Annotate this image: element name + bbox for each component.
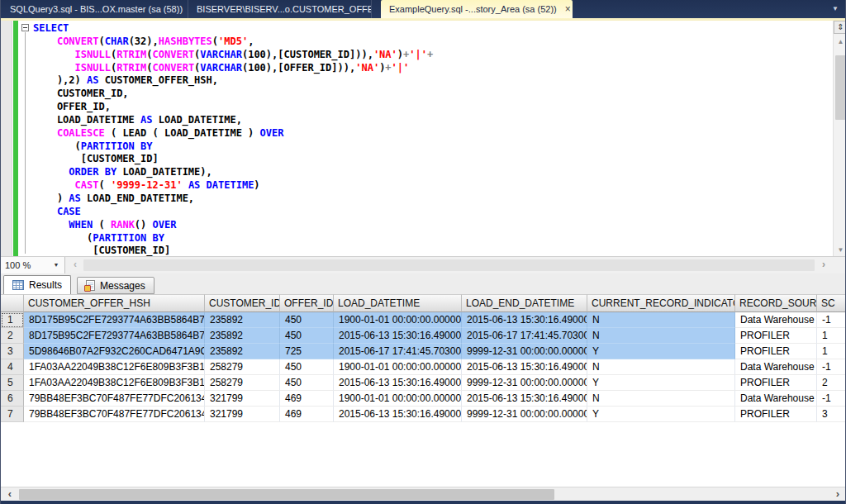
grid-cell[interactable]: 1900-01-01 00:00:00.0000000 [334, 359, 462, 375]
scroll-right-icon[interactable]: › [817, 257, 830, 273]
row-number-cell[interactable]: 5 [1, 375, 24, 391]
grid-cell[interactable]: 2 [817, 375, 846, 391]
tab-customer-offer[interactable]: BISERVER\BISERV...o.CUSTOMER_OFFER [188, 0, 372, 18]
grid-cell[interactable]: PROFILER [735, 328, 817, 344]
grid-cell[interactable]: PROFILER [735, 375, 817, 391]
grid-cell[interactable]: 3 [817, 407, 846, 422]
grid-cell[interactable]: 2015-06-17 17:41:45.7030000 [462, 328, 587, 344]
grid-cell[interactable]: 2015-06-13 15:30:16.4900000 [334, 407, 462, 422]
grid-cell[interactable]: 79BB48EF3BC70F487FE77DFC2061343F [24, 407, 205, 422]
grid-cell[interactable]: 8D175B95C2FE7293774A63BB5864B74A [24, 312, 205, 328]
grid-cell[interactable]: N [587, 359, 735, 375]
grid-cell[interactable]: PROFILER [735, 344, 817, 359]
grid-cell[interactable]: 2015-06-13 15:30:16.4900000 [334, 375, 462, 391]
code-line: (PARTITION BY [33, 232, 832, 245]
editor-split-handle-icon[interactable]: ⇕ [834, 21, 846, 34]
grid-cell[interactable]: N [587, 328, 735, 344]
grid-cell[interactable]: 1900-01-01 00:00:00.0000000 [334, 391, 462, 407]
grid-cell[interactable]: 450 [280, 312, 334, 328]
grid-cell[interactable]: 450 [280, 375, 334, 391]
tab-messages[interactable]: Messages [77, 277, 154, 294]
grid-cell[interactable]: 258279 [205, 375, 280, 391]
code-line: CASE [33, 206, 832, 219]
row-number-cell[interactable]: 2 [1, 328, 24, 344]
grid-cell[interactable]: N [587, 391, 735, 407]
grid-cell[interactable]: 9999-12-31 00:00:00.0000000 [462, 407, 587, 422]
grid-cell[interactable]: 235892 [205, 328, 280, 344]
grid-column-header[interactable]: CURRENT_RECORD_INDICATOR [587, 294, 735, 312]
grid-cell[interactable]: PROFILER [735, 407, 817, 422]
row-number-cell[interactable]: 6 [1, 391, 24, 407]
grid-cell[interactable]: 235892 [205, 312, 280, 328]
grid-cell[interactable]: -1 [817, 312, 846, 328]
tab-results[interactable]: Results [3, 275, 71, 294]
grid-cell[interactable]: -1 [817, 359, 846, 375]
grid-column-header[interactable]: OFFER_ID [280, 294, 334, 312]
grid-cell[interactable]: 9999-12-31 00:00:00.0000000 [462, 375, 587, 391]
grid-cell[interactable]: 450 [280, 359, 334, 375]
grid-cell[interactable]: 9999-12-31 00:00:00.0000000 [462, 344, 587, 359]
code-fold-minus-icon[interactable] [21, 24, 29, 31]
scroll-left-icon[interactable]: ‹ [2, 487, 17, 502]
grid-column-header[interactable]: LOAD_END_DATETIME [462, 294, 587, 312]
grid-cell[interactable]: 469 [280, 391, 334, 407]
row-number-cell[interactable]: 3 [1, 344, 24, 359]
grid-cell[interactable]: 321799 [205, 391, 280, 407]
grid-cell[interactable]: -1 [817, 391, 846, 407]
grid-cell[interactable]: 2015-06-13 15:30:16.4900000 [462, 359, 587, 375]
code-lines: SELECT CONVERT(CHAR(32),HASHBYTES('MD5',… [33, 22, 832, 256]
grid-cell[interactable]: 321799 [205, 407, 280, 422]
grid-cell[interactable]: 1FA03AA22049B38C12F6E809B3F3B14A [24, 375, 205, 391]
grid-cell[interactable]: 1 [817, 344, 846, 359]
grid-horizontal-scroll-thumb[interactable] [19, 489, 554, 500]
grid-cell[interactable]: 1900-01-01 00:00:00.0000000 [334, 312, 462, 328]
scroll-up-icon[interactable]: ▲ [834, 36, 846, 48]
grid-cell[interactable]: N [587, 312, 735, 328]
tab-sqlquery3[interactable]: SQLQuery3.sql - BIS...OX.master (sa (58)… [2, 0, 188, 18]
grid-cell[interactable]: 258279 [205, 359, 280, 375]
grid-column-header[interactable] [1, 294, 24, 312]
grid-column-header[interactable]: RECORD_SOURCE [735, 294, 817, 312]
row-number-cell[interactable]: 1 [1, 312, 24, 328]
grid-column-header[interactable]: SC [817, 294, 846, 312]
editor-zoom-select[interactable]: 100 % ▼ [1, 257, 65, 273]
grid-column-header[interactable]: CUSTOMER_ID [205, 294, 280, 312]
grid-cell[interactable]: 235892 [205, 344, 280, 359]
grid-column-header[interactable]: CUSTOMER_OFFER_HSH [24, 294, 205, 312]
grid-horizontal-scrollbar[interactable]: ‹ › [1, 487, 846, 501]
grid-cell[interactable]: 2015-06-13 15:30:16.4900000 [462, 391, 587, 407]
row-number-cell[interactable]: 4 [1, 359, 24, 375]
vertical-scroll-thumb[interactable] [835, 55, 846, 120]
editor-horizontal-scroll-thumb[interactable] [83, 259, 815, 271]
grid-cell[interactable]: 2015-06-13 15:30:16.4900000 [334, 328, 462, 344]
editor-vertical-scrollbar[interactable]: ⇕ ▲ ▼ [833, 21, 846, 256]
close-icon[interactable]: × [563, 1, 573, 17]
sql-code-editor[interactable]: SELECT CONVERT(CHAR(32),HASHBYTES('MD5',… [1, 21, 846, 256]
grid-cell[interactable]: 8D175B95C2FE7293774A63BB5864B74A [24, 328, 205, 344]
grid-cell[interactable]: 450 [280, 328, 334, 344]
scroll-down-icon[interactable]: ▼ [834, 244, 846, 256]
grid-cell[interactable]: 469 [280, 407, 334, 422]
grid-cell[interactable]: Y [587, 375, 735, 391]
code-line: LOAD_DATETIME AS LOAD_DATETIME, [33, 114, 832, 127]
grid-cell[interactable]: Data Warehouse [735, 359, 817, 375]
grid-cell[interactable]: Data Warehouse [735, 391, 817, 407]
grid-cell[interactable]: Y [587, 344, 735, 359]
scroll-left-icon[interactable]: ‹ [69, 257, 82, 273]
grid-column-header[interactable]: LOAD_DATETIME [334, 294, 462, 312]
grid-cell[interactable]: 5D98646B07A2F932C260CAD6471A9CBD [24, 344, 205, 359]
zoom-chevron-down-icon[interactable]: ▼ [50, 257, 62, 273]
grid-cell[interactable]: 725 [280, 344, 334, 359]
grid-cell[interactable]: Data Warehouse [735, 312, 817, 328]
tab-examplequery-active[interactable]: ExampleQuery.sql -...story_Area (sa (52)… [381, 0, 573, 18]
grid-cell[interactable]: 1 [817, 328, 846, 344]
scroll-right-icon[interactable]: › [830, 487, 845, 502]
grid-cell[interactable]: 79BB48EF3BC70F487FE77DFC2061343F [24, 391, 205, 407]
results-tab-label: Results [29, 279, 62, 291]
row-number-cell[interactable]: 7 [1, 407, 24, 422]
grid-cell[interactable]: Y [587, 407, 735, 422]
grid-cell[interactable]: 2015-06-17 17:41:45.7030000 [334, 344, 462, 359]
grid-cell[interactable]: 2015-06-13 15:30:16.4900000 [462, 312, 587, 328]
grid-cell[interactable]: 1FA03AA22049B38C12F6E809B3F3B14A [24, 359, 205, 375]
open-documents-chevron-down-icon[interactable]: ▼ [829, 0, 842, 18]
